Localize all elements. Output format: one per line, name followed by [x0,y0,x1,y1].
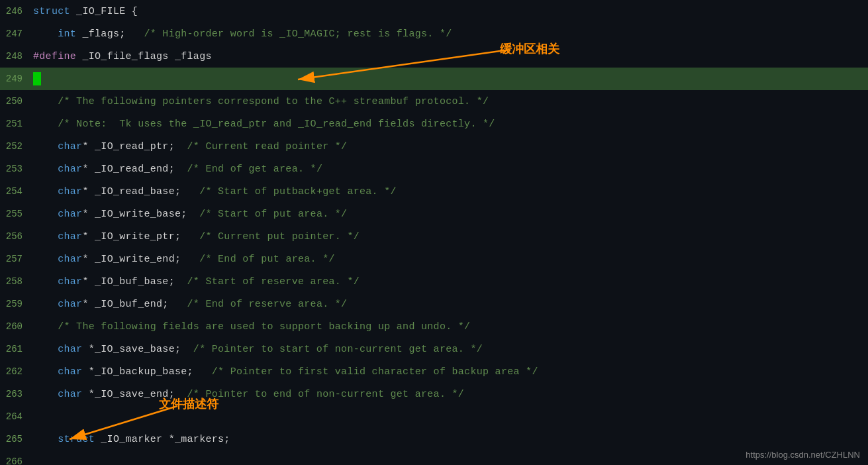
code-line: 249 [0,68,868,90]
line-content: char* _IO_write_ptr; /* Current put poin… [33,231,868,242]
code-line: 254 char* _IO_read_base; /* Start of put… [0,180,868,203]
token-wh: * _IO_read_end; [82,164,187,175]
token-cm: /* Start of reserve area. */ [187,276,360,287]
line-number: 246 [0,6,33,17]
line-content: char *_IO_save_end; /* Pointer to end of… [33,389,868,400]
code-line: 263 char *_IO_save_end; /* Pointer to en… [0,383,868,405]
watermark: https://blog.csdn.net/CZHLNN [746,450,860,460]
token-kw: int [33,28,76,40]
line-number: 266 [0,456,33,465]
token-wh: *_IO_save_end; [89,389,187,400]
code-line: 262 char *_IO_backup_base; /* Pointer to… [0,360,868,383]
line-content: char* _IO_write_base; /* Start of put ar… [33,209,868,220]
token-cm: /* Start of putback+get area. */ [199,186,397,197]
token-cm: /* Pointer to start of non-current get a… [193,344,483,355]
code-line: 258 char* _IO_buf_base; /* Start of rese… [0,270,868,293]
line-number: 256 [0,231,33,242]
line-content: char *_IO_backup_base; /* Pointer to fir… [33,366,868,378]
line-content: struct _IO_FILE { [33,6,868,17]
token-wh: _IO_file_flags _flags [76,51,212,62]
line-number: 252 [0,141,33,152]
line-number: 255 [0,209,33,219]
token-wh: * _IO_read_ptr; [82,141,187,152]
code-line: 253 char* _IO_read_end; /* End of get ar… [0,158,868,180]
code-line: 255 char* _IO_write_base; /* Start of pu… [0,203,868,225]
code-line: 261 char *_IO_save_base; /* Pointer to s… [0,338,868,360]
line-number: 248 [0,51,33,62]
token-cm: /* End of reserve area. */ [187,299,348,310]
token-cm: /* Pointer to first valid character of b… [212,366,538,378]
token-wh: * _IO_write_end; [82,254,199,265]
line-number: 254 [0,186,33,197]
code-editor: 246struct _IO_FILE {247 int _flags; /* H… [0,0,868,465]
token-kw: char [33,164,82,175]
token-wh: *_IO_backup_base; [89,366,212,378]
token-kw: char [33,366,89,378]
line-content: char* _IO_buf_end; /* End of reserve are… [33,299,868,310]
token-cm: /* Current put pointer. */ [199,231,360,242]
token-cm: /* High-order word is _IO_MAGIC; rest is… [144,28,452,40]
line-number: 251 [0,119,33,129]
line-number: 262 [0,366,33,377]
code-line: 260 /* The following fields are used to … [0,315,868,338]
line-number: 259 [0,299,33,309]
code-line: 256 char* _IO_write_ptr; /* Current put … [0,225,868,248]
token-wh: _IO_FILE { [70,6,138,17]
token-kw: char [33,254,82,265]
token-cm: /* End of put area. */ [199,254,335,265]
line-content [33,72,868,85]
line-content: char* _IO_read_base; /* Start of putback… [33,186,868,197]
token-wh: _IO_marker *_markers; [95,434,230,445]
line-content: char* _IO_read_ptr; /* Current read poin… [33,141,868,152]
token-pp: #define [33,51,76,62]
token-wh: * _IO_buf_end; [82,299,187,310]
line-content: /* The following fields are used to supp… [33,321,868,333]
token-cm: /* The following fields are used to supp… [58,321,470,333]
line-number: 261 [0,344,33,354]
code-line: 259 char* _IO_buf_end; /* End of reserve… [0,293,868,315]
token-wh: * _IO_read_base; [82,186,199,197]
token-kw: struct [33,6,70,17]
code-line: 250 /* The following pointers correspond… [0,90,868,113]
code-line: 257 char* _IO_write_end; /* End of put a… [0,248,868,270]
token-wh: * _IO_buf_base; [82,276,187,287]
code-line: 248#define _IO_file_flags _flags [0,45,868,68]
code-line: 264 [0,405,868,428]
line-number: 264 [0,411,33,422]
token-cm: /* Pointer to end of non-current get are… [187,389,465,400]
line-number: 250 [0,96,33,107]
token-kw: struct [33,434,95,445]
line-number: 258 [0,276,33,287]
cursor-block [33,72,41,85]
line-number: 253 [0,164,33,174]
token-cm: /* Start of put area. */ [199,209,347,220]
token-wh: * _IO_write_ptr; [82,231,199,242]
token-kw: char [33,389,89,400]
token-wh [33,321,58,333]
token-kw: char [33,231,82,242]
line-content: #define _IO_file_flags _flags [33,51,868,62]
token-wh [33,119,58,130]
code-line: 252 char* _IO_read_ptr; /* Current read … [0,135,868,158]
token-wh: * _IO_write_base; [82,209,199,220]
token-wh [33,96,58,107]
line-content: char* _IO_write_end; /* End of put area.… [33,254,868,265]
token-kw: char [33,344,89,355]
line-content: char* _IO_buf_base; /* Start of reserve … [33,276,868,287]
token-kw: char [33,209,82,220]
token-cm: /* Current read pointer */ [187,141,348,152]
token-kw: char [33,276,82,287]
token-cm: /* The following pointers correspond to … [58,96,489,107]
line-number: 265 [0,434,33,444]
line-content: char *_IO_save_base; /* Pointer to start… [33,344,868,355]
token-cm: /* End of get area. */ [187,164,323,175]
code-line: 246struct _IO_FILE { [0,0,868,23]
code-line: 266 [0,450,868,465]
code-line: 247 int _flags; /* High-order word is _I… [0,23,868,45]
token-wh: _flags; [76,28,144,40]
line-number: 247 [0,28,33,39]
line-number: 260 [0,321,33,332]
line-content: /* The following pointers correspond to … [33,96,868,107]
token-kw: char [33,299,82,310]
token-wh: *_IO_save_base; [89,344,193,355]
